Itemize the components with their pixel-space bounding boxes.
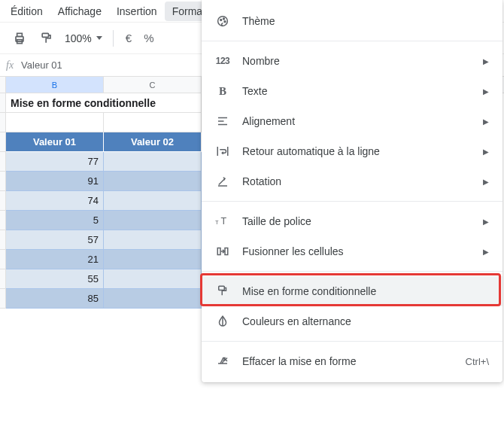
empty-cell[interactable] xyxy=(6,113,104,132)
rotate-icon xyxy=(215,175,230,188)
submenu-arrow-icon: ▶ xyxy=(483,57,489,65)
table-header[interactable]: Valeur 02 xyxy=(104,132,202,152)
currency-button[interactable]: € xyxy=(121,29,136,47)
table-cell[interactable]: 91 xyxy=(6,172,104,191)
menu-item-label: Texte xyxy=(242,85,471,97)
menu-item-wrap[interactable]: Retour automatique à la ligne▶ xyxy=(202,136,502,166)
table-cell[interactable]: 74 xyxy=(6,191,104,211)
table-cell[interactable] xyxy=(104,230,202,250)
menu-item-label: Taille de police xyxy=(242,215,471,227)
table-cell[interactable] xyxy=(104,289,202,309)
menu-shortcut: Ctrl+\ xyxy=(466,356,489,367)
percent-button[interactable]: % xyxy=(139,29,158,47)
menu-item-label: Thème xyxy=(242,15,489,27)
number-icon: 123 xyxy=(215,56,230,66)
align-icon xyxy=(215,114,230,128)
submenu-arrow-icon: ▶ xyxy=(483,148,489,156)
menu-separator xyxy=(202,341,502,342)
clear-icon xyxy=(215,354,230,368)
menu-item-theme[interactable]: Thème xyxy=(202,6,502,36)
menu-insertion[interactable]: Insertion xyxy=(109,2,165,21)
merge-icon xyxy=(215,245,230,258)
menu-separator xyxy=(202,271,502,272)
menu-affichage[interactable]: Affichage xyxy=(50,2,109,21)
column-header-b[interactable]: B xyxy=(6,77,104,93)
empty-cell[interactable] xyxy=(104,113,202,132)
menu-item-label: Alignement xyxy=(242,115,471,127)
menu-item-label: Effacer la mise en forme xyxy=(242,355,454,367)
menu-item-label: Rotation xyxy=(242,175,471,187)
toolbar-divider xyxy=(113,30,114,47)
format-menu-dropdown: Thème123Nombre▶BTexte▶Alignement▶Retour … xyxy=(202,0,502,382)
menu-item-rotate[interactable]: Rotation▶ xyxy=(202,166,502,196)
column-header-c[interactable]: C xyxy=(104,77,202,93)
menu-item-fontsize[interactable]: TTTaille de police▶ xyxy=(202,206,502,236)
menu-édition[interactable]: Édition xyxy=(3,2,50,21)
title-cell[interactable]: Mise en forme conditionnelle xyxy=(6,93,202,113)
condformat-icon xyxy=(215,284,230,298)
svg-rect-3 xyxy=(42,33,48,37)
svg-rect-1 xyxy=(17,33,23,36)
table-cell[interactable]: 57 xyxy=(6,230,104,250)
zoom-value: 100% xyxy=(65,32,92,44)
table-cell[interactable]: 21 xyxy=(6,250,104,269)
menu-item-label: Mise en forme conditionnelle xyxy=(242,285,489,297)
menu-item-label: Nombre xyxy=(242,55,471,67)
fontsize-icon: TT xyxy=(215,214,230,228)
menu-item-altcolors[interactable]: Couleurs en alternance xyxy=(202,306,502,336)
table-cell[interactable] xyxy=(104,250,202,269)
altcolors-icon xyxy=(215,315,230,328)
submenu-arrow-icon: ▶ xyxy=(483,178,489,186)
bold-icon: B xyxy=(215,85,230,98)
submenu-arrow-icon: ▶ xyxy=(483,117,489,126)
menu-separator xyxy=(202,201,502,202)
menu-item-bold[interactable]: BTexte▶ xyxy=(202,76,502,106)
menu-item-label: Retour automatique à la ligne xyxy=(242,145,471,157)
svg-rect-17 xyxy=(225,248,228,255)
submenu-arrow-icon: ▶ xyxy=(483,248,489,256)
zoom-select[interactable]: 100% xyxy=(62,32,105,44)
table-cell[interactable]: 77 xyxy=(6,152,104,172)
theme-icon xyxy=(215,14,230,28)
wrap-icon xyxy=(215,144,230,158)
menu-item-number[interactable]: 123Nombre▶ xyxy=(202,46,502,76)
table-cell[interactable] xyxy=(104,152,202,172)
menu-item-clear[interactable]: Effacer la mise en formeCtrl+\ xyxy=(202,346,502,376)
submenu-arrow-icon: ▶ xyxy=(483,217,489,226)
svg-point-5 xyxy=(220,20,222,21)
svg-point-6 xyxy=(223,18,225,20)
menu-item-align[interactable]: Alignement▶ xyxy=(202,106,502,136)
svg-text:T: T xyxy=(221,216,227,227)
svg-rect-18 xyxy=(219,286,225,290)
menu-item-merge[interactable]: Fusionner les cellules▶ xyxy=(202,236,502,266)
table-cell[interactable] xyxy=(104,211,202,230)
table-cell[interactable]: 85 xyxy=(6,289,104,309)
print-button[interactable] xyxy=(8,28,32,49)
paint-format-button[interactable] xyxy=(35,28,59,49)
svg-point-7 xyxy=(224,21,226,23)
menu-item-label: Fusionner les cellules xyxy=(242,245,471,257)
formula-value[interactable]: Valeur 01 xyxy=(21,59,62,71)
table-cell[interactable] xyxy=(104,191,202,211)
fx-icon: fx xyxy=(6,59,14,71)
menu-item-label: Couleurs en alternance xyxy=(242,315,489,327)
table-cell[interactable] xyxy=(104,172,202,191)
svg-text:T: T xyxy=(215,219,219,226)
table-cell[interactable]: 5 xyxy=(6,211,104,230)
select-all-corner[interactable] xyxy=(0,77,6,93)
submenu-arrow-icon: ▶ xyxy=(483,87,489,96)
menu-item-condformat[interactable]: Mise en forme conditionnelle xyxy=(202,276,502,306)
table-cell[interactable]: 55 xyxy=(6,269,104,289)
svg-rect-16 xyxy=(217,248,220,255)
table-cell[interactable] xyxy=(104,269,202,289)
menu-separator xyxy=(202,41,502,41)
table-header[interactable]: Valeur 01 xyxy=(6,132,104,152)
